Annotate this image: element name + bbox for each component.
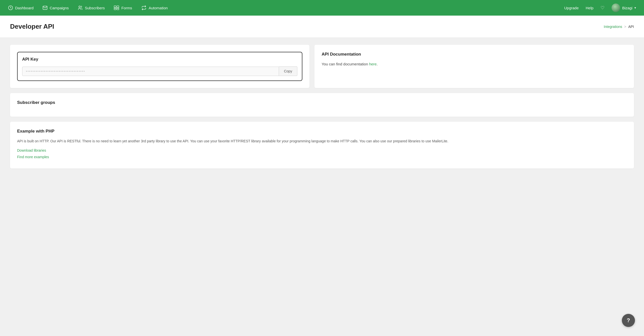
example-php-description: API is built on HTTP. Our API is RESTful…	[17, 138, 627, 144]
avatar	[612, 4, 620, 12]
api-key-title: API Key	[22, 57, 297, 62]
page-title: Developer API	[10, 23, 54, 30]
example-php-title: Example with PHP	[17, 129, 627, 134]
breadcrumb-integrations[interactable]: Integrations	[604, 25, 622, 29]
subscriber-groups-title: Subscriber groups	[17, 100, 627, 105]
find-more-examples-link[interactable]: Find more examples	[17, 155, 627, 159]
api-doc-description: You can find documentation here.	[321, 61, 627, 67]
top-navigation: Dashboard Campaigns Subscribers	[0, 0, 644, 16]
page-header: Developer API Integrations > API	[0, 16, 644, 38]
api-key-input-row: Copy	[22, 66, 297, 76]
username: Bizagi	[622, 6, 632, 10]
user-menu[interactable]: Bizagi ▾	[612, 4, 636, 12]
main-content: API Key Copy API Documentation You can f…	[0, 38, 644, 176]
nav-help[interactable]: Help	[586, 6, 593, 10]
api-documentation-card: API Documentation You can find documenta…	[314, 45, 634, 88]
svg-rect-4	[117, 6, 119, 8]
api-doc-title: API Documentation	[321, 52, 627, 57]
chevron-down-icon: ▾	[634, 6, 636, 10]
nav-upgrade[interactable]: Upgrade	[564, 6, 579, 10]
copy-button[interactable]: Copy	[279, 66, 298, 76]
api-doc-here-link[interactable]: here	[369, 62, 377, 66]
api-key-input[interactable]	[22, 67, 279, 76]
svg-point-2	[79, 6, 80, 8]
top-row: API Key Copy API Documentation You can f…	[10, 45, 634, 88]
breadcrumb: Integrations > API	[604, 25, 634, 29]
nav-item-campaigns[interactable]: Campaigns	[43, 5, 69, 10]
nav-item-subscribers[interactable]: Subscribers	[78, 5, 105, 10]
svg-rect-6	[117, 8, 119, 10]
nav-item-forms[interactable]: Forms	[114, 5, 132, 10]
nav-item-automation[interactable]: Automation	[141, 5, 168, 10]
breadcrumb-separator: >	[624, 25, 626, 29]
svg-rect-5	[114, 8, 116, 10]
subscriber-groups-card: Subscriber groups	[10, 93, 634, 117]
api-key-card: API Key Copy	[10, 45, 309, 88]
nav-item-dashboard[interactable]: Dashboard	[8, 5, 33, 10]
breadcrumb-current: API	[628, 25, 634, 29]
api-key-box: API Key Copy	[17, 52, 302, 81]
svg-rect-3	[114, 6, 116, 8]
heart-icon[interactable]: ♡	[600, 5, 605, 11]
example-php-card: Example with PHP API is built on HTTP. O…	[10, 122, 634, 169]
download-libraries-link[interactable]: Download libraries	[17, 148, 627, 152]
